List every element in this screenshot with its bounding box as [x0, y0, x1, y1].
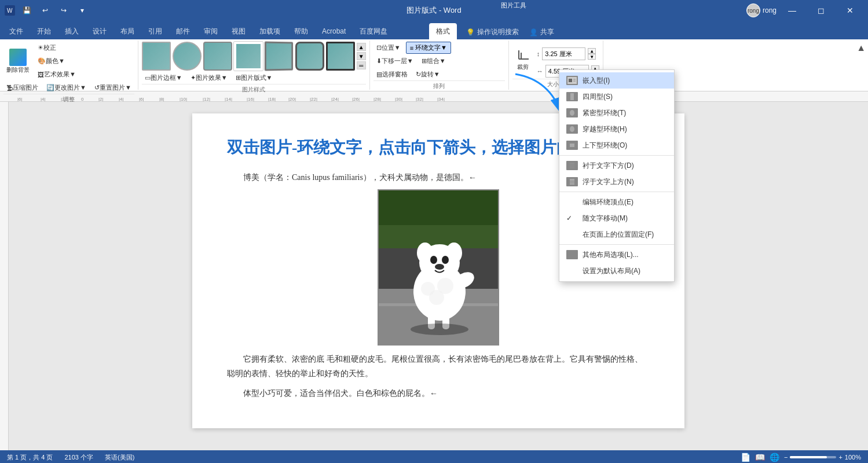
combine-icon: ⊞: [422, 57, 427, 65]
tab-file[interactable]: 文件: [2, 23, 30, 39]
style-4[interactable]: [234, 42, 263, 71]
menu-item-behind[interactable]: 衬于文字下方(D): [559, 157, 674, 174]
img-border-btn[interactable]: ▭ 图片边框▼: [142, 72, 185, 84]
otherlayout-label: 其他布局选项(L)...: [583, 250, 639, 260]
user-area: rong rong: [746, 3, 777, 17]
svg-rect-29: [570, 93, 574, 100]
artistic-btn[interactable]: 🖼 艺术效果▼: [35, 68, 81, 80]
correct-btn[interactable]: ☀ 校正: [35, 42, 81, 54]
move-back-btn[interactable]: ⬇ 下移一层▼: [373, 55, 416, 67]
minimize-button[interactable]: —: [779, 0, 805, 21]
undo-quick-btn[interactable]: ↩: [38, 3, 52, 17]
change-img-btn[interactable]: 🔄 更改图片▼: [43, 82, 89, 94]
share-btn[interactable]: 👤 共享: [523, 25, 560, 39]
style-group-content: ▲ ▼ ═ ▭ 图片边框▼ ✦ 图片效果▼ ⊞ 图片版式▼: [142, 42, 366, 84]
tab-references[interactable]: 引用: [141, 23, 169, 39]
position-icon: ⊡: [376, 44, 382, 52]
style-6[interactable]: [295, 42, 324, 71]
ribbon-toolbar: 删除背景 ☀ 校正 🎨 颜色▼ 🖼 艺术效果▼: [0, 39, 868, 91]
document-area: 双击图片-环绕文字，点击向下箭头，选择图片的版式 博美（学名：Canis lup…: [0, 102, 868, 450]
tab-acrobat[interactable]: Acrobat: [315, 23, 353, 39]
inline-icon: [566, 76, 578, 85]
compress-btn[interactable]: 🗜 压缩图片: [3, 82, 41, 94]
svg-point-23: [411, 324, 468, 335]
menu-item-otherlayout[interactable]: 其他布局选项(L)...: [559, 247, 674, 263]
reset-label: 重置图片▼: [100, 83, 131, 92]
view-read-btn[interactable]: 📖: [755, 453, 765, 462]
ribbon-collapse[interactable]: ▲: [854, 41, 868, 90]
combine-btn[interactable]: ⊞ 组合▼: [419, 55, 449, 67]
rotate-btn[interactable]: ↻ 旋转▼: [413, 68, 443, 80]
style-3[interactable]: [203, 42, 232, 71]
restore-button[interactable]: ◻: [808, 0, 834, 21]
view-web-btn[interactable]: 🌐: [770, 453, 779, 462]
tab-review[interactable]: 审阅: [197, 23, 225, 39]
tab-design[interactable]: 设计: [86, 23, 113, 39]
svg-line-37: [574, 111, 577, 111]
remove-bg-icon: [9, 49, 27, 66]
tab-insert[interactable]: 插入: [58, 23, 86, 39]
dog-image[interactable]: [378, 189, 499, 346]
tab-format[interactable]: 格式: [429, 23, 457, 39]
height-down[interactable]: ▼: [588, 54, 596, 60]
svg-point-35: [570, 110, 574, 116]
crop-btn[interactable]: 裁剪: [512, 47, 533, 73]
img-layout-btn[interactable]: ⊞ 图片版式▼: [233, 72, 276, 84]
menu-item-movetext[interactable]: ✓ 随文字移动(M): [559, 210, 674, 226]
menu-item-editpoints[interactable]: 编辑环绕顶点(E): [559, 194, 674, 210]
select-pane-btn[interactable]: ▤ 选择窗格: [373, 68, 411, 80]
search-tab-label: 操作说明搜索: [477, 27, 519, 37]
tab-addins[interactable]: 加载项: [252, 23, 287, 39]
tab-baidupan[interactable]: 百度网盘: [353, 23, 394, 39]
zoom-slider[interactable]: [790, 456, 836, 458]
zoom-in-btn[interactable]: +: [838, 454, 842, 461]
redo-quick-btn[interactable]: ↪: [57, 3, 71, 17]
remove-background-btn[interactable]: 删除背景: [3, 47, 32, 76]
tab-view[interactable]: 视图: [225, 23, 252, 39]
tab-help[interactable]: 帮助: [287, 23, 315, 39]
wrap-text-dropdown: 嵌入型(I) 四周型(S) 紧密型环绕(T) 穿越型环绕(H) 上下型环绕(O)…: [559, 69, 675, 282]
position-btn[interactable]: ⊡ 位置▼: [373, 42, 404, 54]
tab-layout[interactable]: 布局: [113, 23, 141, 39]
menu-item-infront[interactable]: 浮于文字上方(N): [559, 174, 674, 190]
style-5[interactable]: [265, 41, 293, 71]
height-input[interactable]: [542, 47, 585, 60]
wrap-text-btn[interactable]: ≡ 环绕文字▼: [406, 42, 451, 54]
tab-mailings[interactable]: 邮件: [169, 23, 197, 39]
menu-sep-3: [559, 244, 674, 245]
menu-item-tight[interactable]: 紧密型环绕(T): [559, 105, 674, 121]
page-info: 第 1 页，共 4 页: [7, 453, 53, 462]
save-quick-btn[interactable]: 💾: [20, 3, 34, 17]
img-effect-btn[interactable]: ✦ 图片效果▼: [188, 72, 230, 84]
menu-item-setdefault[interactable]: 设置为默认布局(A): [559, 263, 674, 279]
color-btn[interactable]: 🎨 颜色▼: [35, 55, 81, 67]
remove-bg-label: 删除背景: [6, 66, 30, 74]
menu-item-through[interactable]: 穿越型环绕(H): [559, 121, 674, 137]
style-group: ▲ ▼ ═ ▭ 图片边框▼ ✦ 图片效果▼ ⊞ 图片版式▼ 图片样式: [138, 41, 370, 90]
svg-rect-25: [569, 79, 572, 82]
search-tab[interactable]: 💡 操作说明搜索: [462, 25, 523, 39]
customize-quick-btn[interactable]: ▾: [75, 3, 89, 17]
arrange-group: ⊡ 位置▼ ≡ 环绕文字▼ ⬇ 下移一层▼ ⊞ 组合▼ ▤ 选择窗格: [370, 41, 509, 90]
style-2[interactable]: [173, 42, 202, 71]
collapse-icon[interactable]: ▲: [856, 43, 866, 53]
menu-item-inline[interactable]: 嵌入型(I): [559, 72, 674, 89]
close-button[interactable]: ✕: [837, 0, 863, 21]
style-gallery-up[interactable]: ▲: [357, 43, 366, 51]
style-gallery-more[interactable]: ═: [357, 61, 366, 69]
zoom-out-btn[interactable]: −: [784, 454, 788, 461]
document-scroll[interactable]: 双击图片-环绕文字，点击向下箭头，选择图片的版式 博美（学名：Canis lup…: [9, 102, 868, 450]
style-gallery-down[interactable]: ▼: [357, 52, 366, 60]
combine-label: 组合▼: [427, 57, 446, 65]
reset-img-btn[interactable]: ↺ 重置图片▼: [91, 82, 134, 94]
color-label: 颜色▼: [46, 57, 65, 65]
menu-item-square[interactable]: 四周型(S): [559, 89, 674, 105]
title-bar: 图片工具 W 💾 ↩ ↪ ▾ 图片版式 - Word rong rong — ◻…: [0, 0, 868, 21]
menu-item-fixpos[interactable]: 在页面上的位置固定(F): [559, 226, 674, 242]
height-up[interactable]: ▲: [588, 48, 596, 54]
tab-home[interactable]: 开始: [30, 23, 58, 39]
menu-item-topbottom[interactable]: 上下型环绕(O): [559, 137, 674, 153]
style-7[interactable]: [326, 42, 355, 71]
style-1[interactable]: [142, 42, 171, 71]
view-normal-btn[interactable]: 📄: [741, 453, 750, 462]
